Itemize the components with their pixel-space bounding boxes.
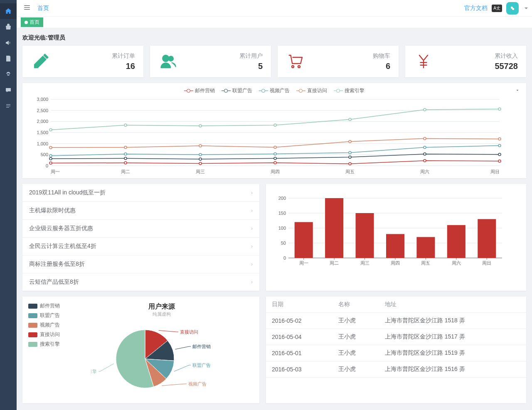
list-item-label: 2019双11All in cloud低至一折 bbox=[29, 189, 106, 196]
svg-point-24 bbox=[274, 162, 276, 164]
stat-card-3: 累计收入55728 bbox=[405, 46, 526, 77]
svg-text:周六: 周六 bbox=[452, 260, 461, 265]
svg-point-53 bbox=[349, 118, 351, 121]
svg-point-55 bbox=[498, 108, 501, 110]
stat-value: 55728 bbox=[495, 61, 518, 71]
svg-rect-82 bbox=[447, 225, 466, 258]
stat-card-0: 累计订单16 bbox=[22, 46, 143, 77]
svg-point-44 bbox=[199, 145, 202, 147]
svg-text:周二: 周二 bbox=[330, 260, 339, 265]
table-cell: 王小虎 bbox=[332, 361, 379, 378]
list-item-label: 商标注册服务低至8折 bbox=[29, 260, 85, 268]
svg-text:联盟广告: 联盟广告 bbox=[192, 363, 211, 368]
sidebar-item-message[interactable] bbox=[0, 82, 17, 98]
cart-icon bbox=[286, 52, 306, 71]
svg-point-41 bbox=[498, 144, 501, 147]
stat-label: 购物车 bbox=[373, 52, 390, 60]
svg-text:周六: 周六 bbox=[420, 169, 429, 174]
pie-legend-item[interactable]: 邮件营销 bbox=[28, 302, 70, 309]
svg-point-47 bbox=[424, 137, 426, 140]
table-row: 2016-05-01王小虎上海市普陀区金沙江路 1519 弄 bbox=[266, 345, 526, 361]
svg-text:500: 500 bbox=[41, 152, 48, 157]
pie-legend-item[interactable]: 直接访问 bbox=[28, 331, 70, 338]
svg-text:50: 50 bbox=[281, 241, 286, 246]
chevron-down-icon[interactable] bbox=[525, 7, 528, 11]
svg-point-25 bbox=[349, 162, 351, 165]
legend-item[interactable]: 搜索引擎 bbox=[334, 87, 365, 94]
svg-rect-79 bbox=[416, 237, 435, 258]
svg-text:1,500: 1,500 bbox=[37, 130, 48, 135]
legend-item[interactable]: 视频广告 bbox=[259, 87, 290, 94]
avatar[interactable] bbox=[506, 2, 519, 15]
svg-point-30 bbox=[199, 158, 202, 160]
table-cell: 2016-05-04 bbox=[266, 329, 332, 345]
legend-item[interactable]: 邮件营销 bbox=[184, 87, 215, 94]
promo-list-item[interactable]: 2019双11All in cloud低至一折› bbox=[22, 184, 259, 202]
data-table: 日期名称地址 2016-05-02王小虎上海市普陀区金沙江路 1518 弄201… bbox=[266, 297, 526, 378]
promo-list-item[interactable]: 主机爆款限时优惠› bbox=[22, 202, 259, 220]
chevron-right-icon: › bbox=[251, 226, 253, 231]
table-cell: 上海市普陀区金沙江路 1517 弄 bbox=[379, 329, 526, 345]
pie-legend: 邮件营销联盟广告视频广告直接访问搜索引擎 bbox=[28, 302, 70, 398]
lang-switch[interactable]: A丈 bbox=[492, 5, 502, 12]
svg-text:200: 200 bbox=[278, 196, 286, 201]
sidebar-item-announce[interactable] bbox=[0, 35, 17, 51]
svg-text:1,000: 1,000 bbox=[37, 141, 48, 146]
svg-point-50 bbox=[124, 124, 127, 126]
svg-text:周四: 周四 bbox=[391, 260, 400, 265]
table-cell: 王小虎 bbox=[332, 329, 379, 345]
svg-point-38 bbox=[274, 153, 276, 155]
chevron-right-icon: › bbox=[251, 190, 253, 196]
sidebar-item-shop[interactable] bbox=[0, 19, 17, 35]
svg-point-32 bbox=[349, 156, 351, 158]
doc-link[interactable]: 官方文档 bbox=[464, 5, 488, 12]
svg-point-29 bbox=[124, 157, 127, 160]
table-row: 2016-05-02王小虎上海市普陀区金沙江路 1518 弄 bbox=[266, 313, 526, 329]
svg-rect-76 bbox=[386, 234, 404, 258]
sidebar-item-settings[interactable] bbox=[0, 66, 17, 82]
table-cell: 上海市普陀区金沙江路 1516 弄 bbox=[379, 361, 526, 378]
table-header: 日期 bbox=[266, 297, 332, 313]
stat-card-1: 累计用户5 bbox=[150, 46, 271, 77]
svg-point-40 bbox=[424, 146, 426, 149]
svg-text:100: 100 bbox=[278, 226, 286, 231]
promo-list-item[interactable]: 商标注册服务低至8折› bbox=[22, 255, 259, 273]
download-icon[interactable] bbox=[515, 87, 520, 94]
list-item-label: 全民云计算云主机低至4折 bbox=[29, 243, 96, 250]
pie-legend-item[interactable]: 联盟广告 bbox=[28, 312, 70, 319]
svg-text:0: 0 bbox=[46, 163, 48, 168]
svg-point-54 bbox=[424, 108, 426, 111]
yen-icon bbox=[414, 52, 433, 71]
sidebar bbox=[0, 0, 17, 410]
legend-item[interactable]: 联盟广告 bbox=[222, 87, 252, 94]
sidebar-item-dashboard[interactable] bbox=[0, 3, 17, 19]
svg-text:周一: 周一 bbox=[51, 169, 60, 174]
promo-list-item[interactable]: 企业级云服务器五折优惠› bbox=[22, 220, 259, 238]
table-cell: 王小虎 bbox=[332, 345, 379, 361]
tab-home[interactable]: 首页 bbox=[21, 17, 43, 27]
svg-text:周五: 周五 bbox=[345, 169, 355, 174]
stat-label: 累计收入 bbox=[495, 52, 518, 60]
svg-text:视频广告: 视频广告 bbox=[188, 381, 207, 386]
hamburger-icon[interactable] bbox=[21, 4, 33, 12]
sidebar-item-doc[interactable] bbox=[0, 51, 17, 66]
line-chart: 05001,0001,5002,0002,5003,000周一周二周三周四周五周… bbox=[30, 97, 504, 176]
promo-list-item[interactable]: 云短信产品低至8折› bbox=[22, 273, 259, 291]
sidebar-item-list[interactable] bbox=[0, 98, 17, 114]
chevron-right-icon: › bbox=[251, 279, 253, 285]
bar-chart: 050100150200周一周二周三周四周五周六周日 bbox=[273, 196, 506, 267]
svg-text:2,500: 2,500 bbox=[37, 108, 48, 113]
legend-item[interactable]: 直接访问 bbox=[296, 87, 327, 94]
breadcrumb[interactable]: 首页 bbox=[37, 5, 49, 12]
pie-legend-item[interactable]: 搜索引擎 bbox=[28, 341, 70, 348]
table-cell: 2016-05-03 bbox=[266, 361, 332, 378]
stat-label: 累计订单 bbox=[112, 52, 135, 60]
svg-point-28 bbox=[49, 157, 52, 160]
svg-point-48 bbox=[498, 137, 501, 140]
svg-rect-70 bbox=[325, 198, 343, 258]
promo-list-item[interactable]: 全民云计算云主机低至4折› bbox=[22, 238, 259, 255]
stat-card-2: 购物车6 bbox=[278, 46, 399, 77]
promo-list-panel: 2019双11All in cloud低至一折›主机爆款限时优惠›企业级云服务器… bbox=[22, 184, 259, 291]
pie-legend-item[interactable]: 视频广告 bbox=[28, 322, 70, 329]
svg-point-26 bbox=[424, 160, 426, 162]
